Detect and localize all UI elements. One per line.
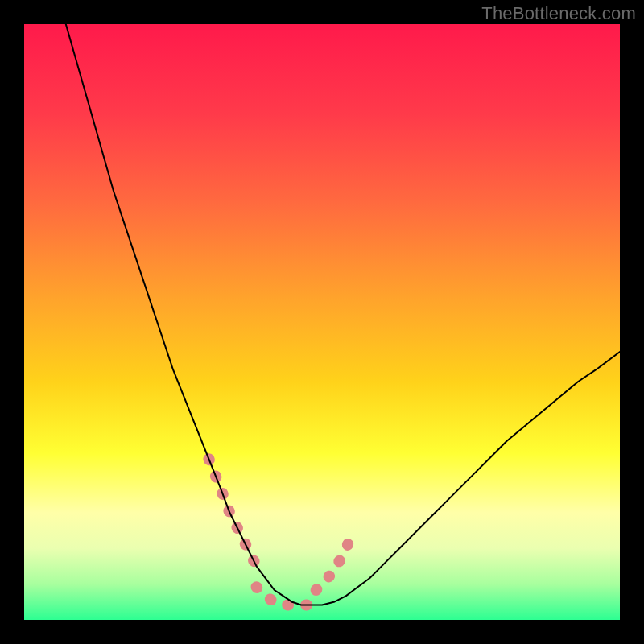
attribution-label: TheBottleneck.com — [481, 3, 636, 24]
bottleneck-chart — [24, 24, 620, 620]
gradient-backdrop — [24, 24, 620, 620]
chart-frame: TheBottleneck.com — [0, 0, 644, 644]
